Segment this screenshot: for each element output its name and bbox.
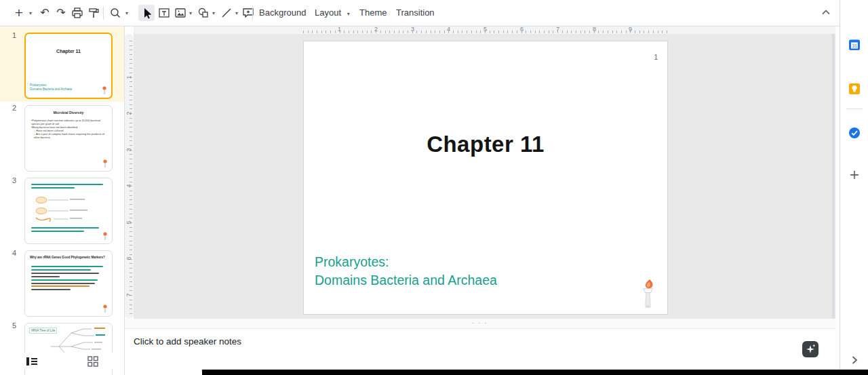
main-toolbar: + ▾ ↶ ↷ ▾ ▾ ▾ ▾: [0, 0, 840, 26]
calendar-button[interactable]: 31: [848, 39, 861, 51]
line-dropdown[interactable]: ▾: [233, 9, 240, 17]
side-panel-divider: [846, 108, 863, 109]
screen-edge-bar: [202, 370, 868, 375]
layout-button[interactable]: Layout ▾: [311, 5, 354, 21]
slide-canvas[interactable]: 1 Chapter 11 Prokaryotes: Domains Bacter…: [303, 41, 668, 315]
insert-comment-button[interactable]: [240, 5, 256, 21]
layout-dropdown-icon: ▾: [347, 11, 350, 17]
thumb1-title: Chapter 11: [26, 49, 111, 54]
slide-thumbnail-2[interactable]: Microbial Diversity •Polymerase chain re…: [24, 105, 113, 172]
text-box-icon: [158, 7, 170, 19]
keep-button[interactable]: [848, 83, 861, 95]
canvas-scrollbar[interactable]: [832, 31, 835, 319]
new-slide-button[interactable]: +: [11, 5, 27, 21]
shape-dropdown[interactable]: ▾: [210, 9, 217, 17]
image-icon: [174, 7, 186, 19]
text-box-button[interactable]: [156, 5, 172, 21]
thumb3-top-text: [31, 184, 107, 191]
explore-icon: [804, 343, 816, 355]
cursor-arrow-icon: [140, 7, 153, 19]
paint-roller-icon: [87, 7, 100, 19]
insert-line-button[interactable]: [218, 5, 235, 21]
image-dropdown[interactable]: ▾: [187, 9, 194, 17]
view-toggle-bar: [0, 353, 124, 370]
line-icon: [220, 7, 233, 19]
select-tool-button[interactable]: [138, 5, 155, 21]
editing-canvas[interactable]: 1 Chapter 11 Prokaryotes: Domains Bacter…: [134, 34, 835, 319]
speaker-notes-input[interactable]: Click to add speaker notes: [134, 336, 241, 347]
collapse-side-panel-button[interactable]: [848, 354, 861, 366]
torch-icon: [102, 304, 108, 313]
side-panel: 31 +: [840, 0, 868, 375]
insert-image-button[interactable]: [172, 5, 189, 21]
google-slides-app: + ▾ ↶ ↷ ▾ ▾ ▾ ▾: [0, 0, 868, 375]
chevron-up-icon: [819, 6, 833, 20]
torch-icon: [102, 86, 107, 95]
thumbnail-number: 1: [8, 31, 20, 39]
background-button[interactable]: Background: [255, 5, 310, 21]
torch-icon: [102, 159, 108, 168]
explore-button[interactable]: [802, 341, 818, 357]
zoom-button[interactable]: [107, 5, 123, 21]
thumb2-title: Microbial Diversity: [25, 111, 112, 115]
thumbnail-number: 5: [8, 321, 20, 330]
slide-thumbnail-4[interactable]: Why are rRNA Genes Good Phylogenetic Mar…: [24, 250, 113, 317]
shape-icon: [197, 7, 210, 19]
horizontal-ruler: 1 2 3 4 5 6 7 8 9: [134, 26, 835, 34]
zoom-dropdown[interactable]: ▾: [123, 9, 130, 17]
paint-format-button[interactable]: [85, 5, 102, 21]
thumbnail-number: 4: [8, 249, 20, 257]
tasks-button[interactable]: [848, 127, 861, 139]
speaker-notes-panel: Click to add speaker notes: [124, 328, 835, 370]
thumb1-subtitle: Prokaryotes: Domains Bacteria and Archae…: [30, 83, 72, 92]
grid-view-button[interactable]: [87, 355, 99, 368]
slide-filmstrip: 1 Chapter 11 Prokaryotes: Domains Bacter…: [0, 26, 125, 375]
thumb4-body: [31, 266, 107, 292]
slide-subtitle[interactable]: Prokaryotes: Domains Bacteria and Archae…: [315, 253, 497, 290]
calendar-icon: 31: [848, 39, 861, 51]
slide-thumbnail-1[interactable]: Chapter 11 Prokaryotes: Domains Bacteria…: [24, 33, 113, 99]
notes-resize-handle[interactable]: · · ·: [124, 319, 835, 328]
torch-image[interactable]: [639, 279, 656, 311]
thumb3-diagram: [31, 195, 108, 224]
vertical-ruler: 1 2 3 4 5 6 7: [124, 34, 134, 319]
slide-thumbnail-3[interactable]: [24, 178, 113, 244]
slide-title[interactable]: Chapter 11: [304, 132, 667, 157]
svg-text:31: 31: [852, 43, 858, 48]
thumbnail-number: 3: [8, 176, 20, 184]
print-icon: [71, 7, 83, 19]
zoom-icon: [109, 7, 121, 19]
toolbar-separator: [252, 6, 253, 20]
thumbnail-number: 2: [8, 104, 20, 112]
tasks-icon: [848, 127, 861, 139]
layout-button-label: Layout: [315, 7, 341, 18]
toolbar-separator: [103, 6, 104, 20]
redo-button[interactable]: ↷: [53, 5, 69, 21]
collapse-menus-button[interactable]: [818, 5, 834, 21]
insert-shape-button[interactable]: [195, 5, 212, 21]
theme-button[interactable]: Theme: [355, 5, 391, 21]
get-addons-button[interactable]: +: [847, 167, 862, 182]
transition-button[interactable]: Transition: [392, 5, 439, 21]
thumb4-title: Why are rRNA Genes Good Phylogenetic Mar…: [30, 256, 107, 259]
print-button[interactable]: [69, 5, 85, 21]
chevron-right-icon: [848, 354, 861, 366]
undo-button[interactable]: ↶: [37, 5, 53, 21]
filmstrip-view-icon: [26, 355, 38, 368]
grid-view-icon: [87, 355, 99, 368]
thumb2-body: •Polymerase chain reaction indicates up …: [31, 119, 108, 139]
new-slide-dropdown[interactable]: ▾: [27, 9, 34, 17]
filmstrip-view-button[interactable]: [26, 355, 38, 368]
keep-icon: [848, 83, 861, 95]
thumb3-caption: [31, 227, 107, 234]
torch-icon: [102, 232, 108, 241]
slide-page-number: 1: [654, 54, 658, 61]
